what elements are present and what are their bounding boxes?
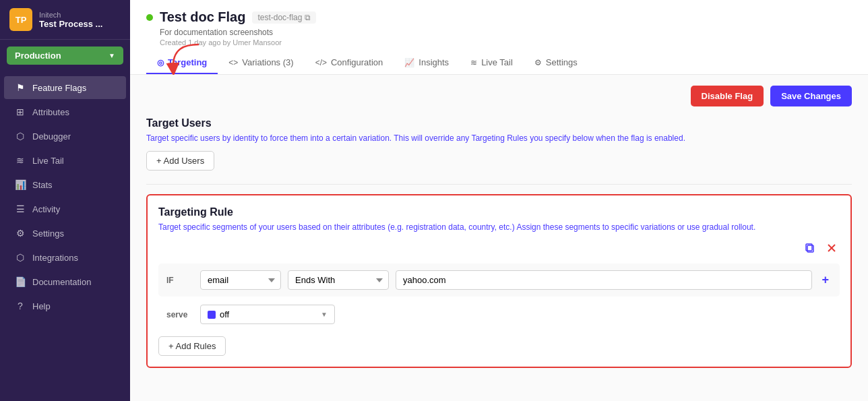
tab-live-tail[interactable]: ≋ Live Tail <box>460 52 524 74</box>
sidebar-org: Initech Test Process ... <box>39 11 102 29</box>
project-name: Test Process ... <box>39 19 102 29</box>
tab-insights[interactable]: 📈 Insights <box>394 52 460 74</box>
sidebar-item-label: Live Tail <box>32 156 64 166</box>
status-active-dot <box>146 14 153 21</box>
sidebar-item-label: Settings <box>32 228 64 239</box>
serve-chevron-icon: ▼ <box>321 311 328 318</box>
section-divider <box>146 184 852 185</box>
tab-variations[interactable]: <> Variations (3) <box>218 52 304 74</box>
flag-key-text: test-doc-flag <box>257 13 302 22</box>
serve-select[interactable]: off ▼ <box>200 305 335 324</box>
sidebar-logo: TP <box>9 8 32 31</box>
target-users-description: Target specific users by identity to for… <box>146 133 852 143</box>
live-tail-icon: ≋ <box>15 155 26 166</box>
page-meta: Created 1 day ago by Umer Mansoor <box>160 38 852 47</box>
chevron-down-icon: ▼ <box>108 52 115 59</box>
serve-color-dot <box>208 311 216 319</box>
serve-row: serve off ▼ <box>158 305 840 324</box>
operator-select[interactable]: Ends With <box>288 270 389 290</box>
insights-tab-icon: 📈 <box>404 58 414 67</box>
integrations-icon: ⬡ <box>15 252 26 263</box>
value-input[interactable] <box>396 270 812 290</box>
target-users-title: Target Users <box>146 117 852 129</box>
tab-targeting[interactable]: ◎ Targeting <box>146 52 218 74</box>
page-header: Test doc Flag test-doc-flag ⧉ For docume… <box>130 0 868 75</box>
stats-icon: 📊 <box>15 179 26 190</box>
variations-tab-icon: <> <box>228 58 238 67</box>
add-users-button[interactable]: + Add Users <box>146 151 214 171</box>
copy-key-icon[interactable]: ⧉ <box>305 13 311 22</box>
documentation-icon: 📄 <box>15 276 26 287</box>
flag-key-badge: test-doc-flag ⧉ <box>252 11 316 24</box>
sidebar-item-feature-flags[interactable]: ⚑ Feature Flags <box>4 76 126 99</box>
page-title-row: Test doc Flag test-doc-flag ⧉ <box>146 9 852 25</box>
activity-icon: ☰ <box>15 204 26 214</box>
debugger-icon: ⬡ <box>15 131 26 142</box>
rule-toolbar <box>158 241 840 257</box>
org-name: Initech <box>39 11 102 19</box>
copy-icon <box>805 243 815 253</box>
disable-flag-button[interactable]: Disable Flag <box>691 86 764 106</box>
feature-flags-icon: ⚑ <box>15 82 26 93</box>
configuration-tab-icon: </> <box>315 58 327 67</box>
serve-label: serve <box>166 310 193 319</box>
targeting-rule-section: Targeting Rule Target specific segments … <box>146 194 852 368</box>
targeting-tab-icon: ◎ <box>157 58 164 67</box>
sidebar-item-attributes[interactable]: ⊞ Attributes <box>4 100 126 123</box>
environment-label: Production <box>15 51 61 61</box>
save-changes-button[interactable]: Save Changes <box>770 86 852 106</box>
sidebar-item-integrations[interactable]: ⬡ Integrations <box>4 246 126 269</box>
settings-tab-icon: ⚙ <box>534 58 542 67</box>
sidebar-item-activity[interactable]: ☰ Activity <box>4 197 126 220</box>
attribute-select[interactable]: email <box>200 270 281 290</box>
add-rules-button[interactable]: + Add Rules <box>158 336 226 356</box>
tab-settings[interactable]: ⚙ Settings <box>524 52 588 74</box>
attributes-icon: ⊞ <box>15 106 26 117</box>
serve-value: off <box>220 309 229 319</box>
sidebar-item-label: Debugger <box>32 131 71 142</box>
copy-rule-button[interactable] <box>802 241 818 257</box>
if-rule-row: IF email Ends With + <box>158 264 840 297</box>
sidebar-item-label: Attributes <box>32 107 69 117</box>
sidebar-item-label: Help <box>32 301 51 311</box>
sidebar-item-live-tail[interactable]: ≋ Live Tail <box>4 149 126 172</box>
sidebar-item-settings[interactable]: ⚙ Settings <box>4 222 126 245</box>
sidebar-item-label: Feature Flags <box>32 83 86 93</box>
help-icon: ? <box>15 301 26 311</box>
if-label: IF <box>166 276 193 285</box>
sidebar: TP Initech Test Process ... Production ▼… <box>0 0 130 401</box>
page-subtitle: For documentation screenshots <box>160 28 852 37</box>
tab-configuration[interactable]: </> Configuration <box>305 52 394 74</box>
delete-rule-button[interactable] <box>824 241 840 257</box>
sidebar-nav: ⚑ Feature Flags ⊞ Attributes ⬡ Debugger … <box>0 71 130 401</box>
settings-icon: ⚙ <box>15 228 26 239</box>
delete-icon <box>826 243 837 253</box>
sidebar-item-label: Integrations <box>32 253 78 263</box>
sidebar-item-debugger[interactable]: ⬡ Debugger <box>4 125 126 148</box>
main-content: Test doc Flag test-doc-flag ⧉ For docume… <box>130 0 868 401</box>
sidebar-item-help[interactable]: ? Help <box>4 295 126 317</box>
target-users-section: Target Users Target specific users by id… <box>146 117 852 171</box>
sidebar-item-label: Stats <box>32 180 53 190</box>
tabs: ◎ Targeting <> Variations (3) </> Config… <box>146 52 852 74</box>
sidebar-header: TP Initech Test Process ... <box>0 0 130 40</box>
action-bar: Disable Flag Save Changes <box>146 86 852 106</box>
live-tail-tab-icon: ≋ <box>470 58 477 67</box>
targeting-rule-description: Target specific segments of your users b… <box>158 222 840 232</box>
targeting-rule-title: Targeting Rule <box>158 206 840 218</box>
environment-selector[interactable]: Production ▼ <box>7 47 123 65</box>
add-condition-button[interactable]: + <box>819 273 832 287</box>
sidebar-item-stats[interactable]: 📊 Stats <box>4 173 126 196</box>
sidebar-item-label: Activity <box>32 204 60 214</box>
content-area: Disable Flag Save Changes Target Users T… <box>130 75 868 401</box>
sidebar-item-label: Documentation <box>32 277 91 287</box>
sidebar-item-documentation[interactable]: 📄 Documentation <box>4 270 126 293</box>
page-title: Test doc Flag <box>160 9 245 25</box>
